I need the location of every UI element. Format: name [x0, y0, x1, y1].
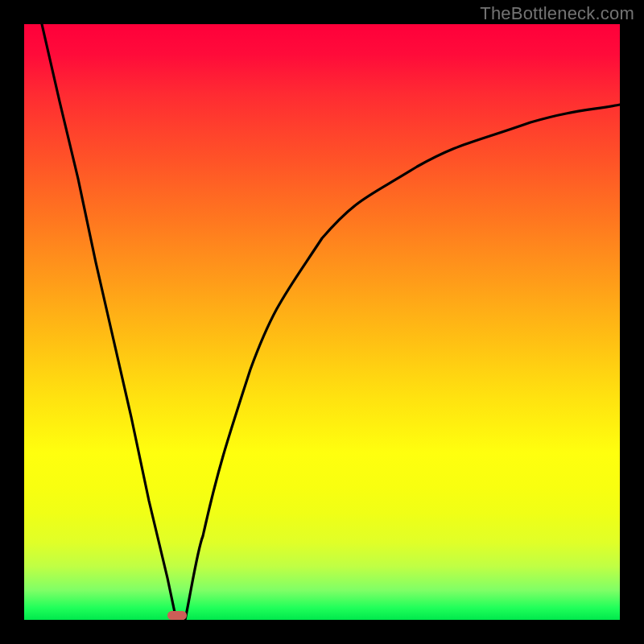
optimum-marker — [167, 611, 187, 620]
bottleneck-curve — [24, 24, 620, 620]
watermark-text: TheBottleneck.com — [480, 3, 634, 24]
chart-frame: TheBottleneck.com — [0, 0, 644, 644]
curve-right-branch — [185, 105, 620, 620]
curve-left-branch — [42, 24, 176, 620]
plot-area — [24, 24, 620, 620]
